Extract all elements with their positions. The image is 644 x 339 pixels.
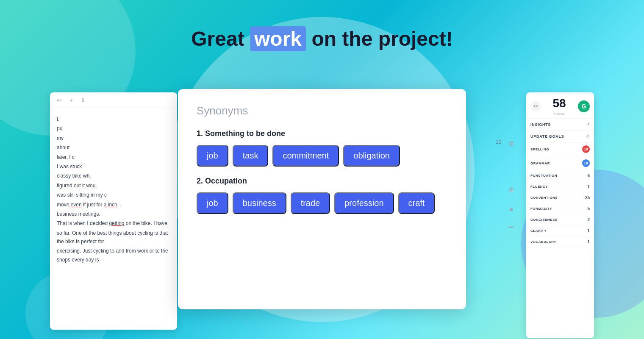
tag-task[interactable]: task xyxy=(233,145,269,167)
editor-line: classy bike wh. xyxy=(57,172,170,180)
title-highlighted: work xyxy=(250,26,306,51)
metric-grammar: GRAMMAR 18 xyxy=(526,156,594,170)
more-icon[interactable]: ••• xyxy=(508,225,514,231)
section-1-heading: 1. Something to be done xyxy=(197,129,447,138)
editor-line: exercising. Just cycling to and from wor… xyxy=(57,247,170,264)
grammarly-logo: G xyxy=(578,100,590,112)
title-prefix: Great xyxy=(191,28,250,50)
tag-obligation[interactable]: obligation xyxy=(343,145,400,167)
tag-job-1[interactable]: job xyxy=(197,145,228,167)
tag-profession[interactable]: profession xyxy=(334,192,394,214)
rank-label: RANK xyxy=(554,112,564,116)
title-suffix: on the project! xyxy=(306,28,453,50)
editor-toolbar: ↩ + ⇓ xyxy=(50,92,177,108)
rank-score: 58 xyxy=(552,97,566,110)
flag-icon[interactable]: ⚑ xyxy=(508,207,514,214)
update-goals-icon: ⚙ xyxy=(586,134,590,139)
editor-line: my xyxy=(57,134,170,142)
editor-line: pu xyxy=(57,124,170,133)
tag-commitment[interactable]: commitment xyxy=(272,145,339,167)
conciseness-value: 2 xyxy=(587,217,590,222)
formality-value: 5 xyxy=(587,206,590,211)
update-goals-nav-label[interactable]: UPDATE GOALS xyxy=(530,134,564,139)
metric-formality: FORMALITY 5 xyxy=(526,203,594,214)
editor-content: f. pu my about later, I c I was stuck cl… xyxy=(50,108,177,272)
editor-line: That is when I decided getting on the bi… xyxy=(57,219,170,228)
section-1-tags: job task commitment obligation xyxy=(197,145,447,167)
delete-icon[interactable]: 🗑 xyxy=(508,140,514,147)
item-count: 10 xyxy=(496,139,501,145)
metric-spelling: SPELLING 10 xyxy=(526,142,594,156)
synonyms-panel: Synonyms 1. Something to be done job tas… xyxy=(178,64,466,309)
insights-nav-icon: ↗ xyxy=(586,122,590,127)
editor-line: so far. One of the best things about cyc… xyxy=(57,229,170,246)
conventions-value: 25 xyxy=(585,195,590,200)
fluency-value: 1 xyxy=(587,184,590,189)
editor-line: f. xyxy=(57,115,170,123)
punctuation-value: 6 xyxy=(587,173,590,178)
synonyms-title: Synonyms xyxy=(197,104,447,117)
metric-conventions: CONVENTIONS 25 xyxy=(526,192,594,203)
insights-nav-label[interactable]: INSIGHTS xyxy=(530,122,551,127)
tag-job-2[interactable]: job xyxy=(197,192,228,214)
tag-craft[interactable]: craft xyxy=(398,192,435,214)
metric-clarity: CLARITY 1 xyxy=(526,225,594,236)
delete-icon-2[interactable]: 🗑 xyxy=(508,186,514,193)
tag-trade[interactable]: trade xyxy=(291,192,330,214)
metric-vocabulary: VOCABULARY 1 xyxy=(526,236,594,247)
editor-line: about xyxy=(57,143,170,152)
editor-line: I was stuck xyxy=(57,162,170,171)
collapse-button[interactable]: >> xyxy=(530,101,541,111)
main-title: Great work on the project! xyxy=(191,26,452,51)
editor-line: business meetings. xyxy=(57,210,170,218)
download-icon[interactable]: ⇓ xyxy=(79,96,87,104)
editor-line: move,even if just for a inch. . xyxy=(57,200,170,209)
metric-punctuation: PUNCTUATION 6 xyxy=(526,170,594,181)
vocabulary-value: 1 xyxy=(587,239,590,244)
spelling-badge: 10 xyxy=(582,145,590,153)
add-icon[interactable]: + xyxy=(67,96,75,104)
section-2-heading: 2. Occupation xyxy=(197,177,447,186)
editor-line: later, I c xyxy=(57,153,170,161)
right-insights-panel: >> 58 RANK G INSIGHTS ↗ UPDATE GOALS ⚙ S… xyxy=(526,92,594,338)
inbox-icon[interactable]: ↩ xyxy=(55,96,64,104)
left-editor-panel: ↩ + ⇓ f. pu my about later, I c I was st… xyxy=(50,92,177,330)
tag-business[interactable]: business xyxy=(233,192,286,214)
editor-line: was still sitting in my c xyxy=(57,191,170,199)
metric-conciseness: CONCISENESS 2 xyxy=(526,214,594,225)
grammar-badge: 18 xyxy=(582,159,590,167)
section-2-tags: job business trade profession craft xyxy=(197,192,447,214)
metric-fluency: FLUENCY 1 xyxy=(526,181,594,192)
editor-line: figured out it wou. xyxy=(57,181,170,190)
clarity-value: 1 xyxy=(587,228,590,233)
